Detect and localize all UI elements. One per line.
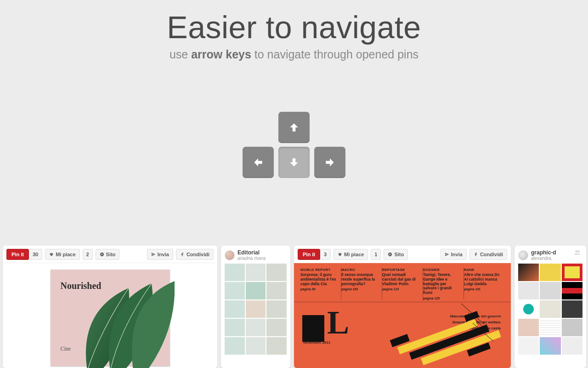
arrow-down-key[interactable] bbox=[278, 147, 310, 178]
hero: Easier to navigate use arrow keys to nav… bbox=[0, 0, 588, 178]
send-button[interactable]: Invia bbox=[147, 249, 173, 260]
board-thumb-grid bbox=[225, 264, 287, 355]
thumb[interactable] bbox=[562, 319, 582, 336]
like-count: 1 bbox=[371, 249, 381, 260]
facebook-icon bbox=[180, 252, 185, 257]
share-button[interactable]: Condividi bbox=[176, 249, 214, 260]
col-page: pagina 191 bbox=[464, 288, 500, 291]
masthead-date: Novembre 2011 bbox=[303, 340, 330, 345]
site-button[interactable]: Sito bbox=[96, 249, 120, 260]
board-title: Editorial bbox=[237, 249, 266, 256]
site-button[interactable]: Sito bbox=[384, 249, 408, 260]
nourished-cover: Nourished Cine bbox=[51, 270, 170, 366]
col-page: pagina 49 bbox=[300, 288, 336, 291]
pinit-button[interactable]: Pin it bbox=[6, 249, 29, 260]
thumb[interactable] bbox=[225, 282, 245, 299]
send-button[interactable]: Invia bbox=[441, 249, 467, 260]
thumb[interactable] bbox=[225, 319, 245, 336]
thumb[interactable] bbox=[246, 337, 266, 355]
col-title: Sorpresa: il guru ambientalista è l'ex c… bbox=[300, 273, 336, 286]
send-icon bbox=[445, 252, 449, 257]
col-section: MACRO bbox=[341, 268, 377, 272]
thumb[interactable] bbox=[266, 264, 287, 281]
col-title: Quei nomadi cacciati dal gas di Vladimir… bbox=[382, 273, 418, 286]
site-label: Sito bbox=[106, 252, 116, 257]
avatar bbox=[518, 250, 528, 260]
board-header: Editorial ariadna rivera bbox=[225, 249, 287, 261]
pin-card-1-preview[interactable]: Nourished Cine bbox=[3, 263, 217, 368]
col-section: RANE bbox=[464, 268, 500, 272]
thumb[interactable] bbox=[266, 319, 287, 336]
pin-card-3-preview[interactable]: WORLD REPORTSorpresa: il guru ambientali… bbox=[294, 263, 511, 368]
thumb[interactable] bbox=[246, 300, 266, 318]
like-label: Mi piace bbox=[56, 252, 75, 257]
thumb[interactable] bbox=[562, 337, 582, 355]
thumb[interactable] bbox=[246, 319, 266, 336]
share-button[interactable]: Condividi bbox=[469, 249, 507, 260]
pin-card-1[interactable]: Pin it 30 Mi piace 2 Sito Invia Condivid… bbox=[3, 246, 217, 368]
thumb[interactable] bbox=[540, 319, 560, 336]
heart-icon bbox=[338, 252, 342, 257]
thumb[interactable] bbox=[518, 337, 539, 355]
thumb[interactable] bbox=[540, 337, 560, 355]
share-label: Condividi bbox=[480, 252, 503, 257]
thumb[interactable] bbox=[518, 264, 539, 281]
arrow-left-icon bbox=[252, 156, 264, 168]
hero-subtitle: use arrow keys to navigate through opene… bbox=[0, 48, 588, 61]
col-section: REPORTAGE bbox=[382, 268, 418, 272]
arrow-up-key[interactable] bbox=[278, 112, 310, 143]
masthead-logo: L bbox=[302, 304, 346, 342]
thumb[interactable] bbox=[540, 300, 560, 318]
pinit-button[interactable]: Pin it bbox=[298, 249, 320, 260]
share-label: Condividi bbox=[187, 252, 209, 257]
col-page: pagina 115 bbox=[382, 288, 418, 291]
thumb[interactable] bbox=[225, 337, 245, 355]
thumb[interactable] bbox=[562, 264, 582, 281]
thumb[interactable] bbox=[225, 264, 245, 281]
facebook-icon bbox=[474, 252, 478, 257]
thumb[interactable] bbox=[540, 282, 560, 299]
thumb[interactable] bbox=[266, 300, 287, 318]
pinit-count: 30 bbox=[29, 249, 42, 260]
thumb[interactable] bbox=[518, 319, 539, 336]
col-page: pagina 103 bbox=[341, 288, 377, 291]
thumb[interactable] bbox=[246, 282, 266, 299]
pins-strip: Pin it 30 Mi piace 2 Sito Invia Condivid… bbox=[0, 246, 588, 368]
arrow-right-key[interactable] bbox=[314, 147, 345, 178]
compass-icon bbox=[100, 252, 104, 257]
thumb[interactable] bbox=[225, 300, 245, 318]
cover-artwork-icon bbox=[379, 299, 507, 368]
board-user: ariadna rivera bbox=[237, 256, 266, 261]
arrow-left-key[interactable] bbox=[243, 147, 274, 178]
thumb[interactable] bbox=[562, 282, 582, 299]
pin-card-3[interactable]: Pin it 3 Mi piace 1 Sito Invia Condividi bbox=[294, 246, 511, 368]
board-title: graphic-d bbox=[531, 249, 556, 256]
send-label: Invia bbox=[451, 252, 463, 257]
group-icon bbox=[574, 250, 581, 255]
pin-card-1-actionbar: Pin it 30 Mi piace 2 Sito Invia Condivid… bbox=[3, 246, 217, 263]
send-label: Invia bbox=[158, 252, 169, 257]
board-card-editorial[interactable]: Editorial ariadna rivera bbox=[221, 246, 290, 368]
thumb[interactable] bbox=[266, 337, 287, 355]
like-count: 2 bbox=[83, 249, 93, 260]
site-label: Sito bbox=[394, 252, 404, 257]
like-button[interactable]: Mi piace bbox=[45, 249, 79, 260]
like-button[interactable]: Mi piace bbox=[334, 249, 368, 260]
arrow-up-icon bbox=[288, 121, 300, 133]
col-title: Tamigi, Tevere, Gange Idee e battaglie p… bbox=[423, 273, 459, 295]
avatar bbox=[225, 250, 235, 260]
arrow-down-icon bbox=[288, 156, 300, 168]
col-title: Il sesso ovunque rende superflua la porn… bbox=[341, 273, 377, 286]
thumb[interactable] bbox=[266, 282, 287, 299]
leaf-illustration-icon bbox=[74, 279, 175, 368]
thumb[interactable] bbox=[562, 300, 582, 318]
thumb[interactable] bbox=[246, 264, 266, 281]
board-thumb-grid bbox=[518, 264, 582, 355]
board-card-graphic-d[interactable]: graphic-d alexandra. bbox=[514, 246, 586, 368]
board-user: alexandra. bbox=[531, 256, 556, 261]
thumb[interactable] bbox=[540, 264, 560, 281]
thumb[interactable] bbox=[518, 282, 539, 299]
hero-subtitle-bold: arrow keys bbox=[191, 48, 251, 61]
thumb[interactable] bbox=[518, 300, 539, 318]
arrow-keys-cluster bbox=[234, 112, 354, 178]
